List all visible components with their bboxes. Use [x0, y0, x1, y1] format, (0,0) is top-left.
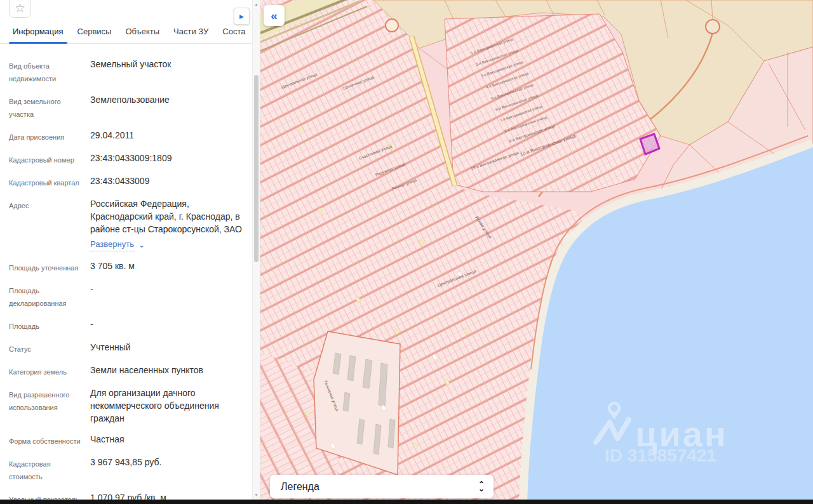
tab-composition[interactable]: Соста — [222, 27, 245, 43]
field-value: Земли населенных пунктов — [90, 364, 251, 378]
scrollbar-thumb[interactable] — [254, 75, 259, 262]
arrow-right-icon: ▶ — [239, 13, 244, 20]
tab-parcel-parts[interactable]: Части ЗУ — [173, 27, 208, 43]
field-value: Частная — [90, 433, 251, 448]
field-label: Кадастровый номер — [9, 152, 90, 166]
field-row: Статус Учтенный — [0, 341, 260, 355]
field-label: Дата присвоения — [9, 129, 90, 143]
field-value: 23:43:0433009:1809 — [90, 152, 251, 166]
field-row: Форма собственности Частная — [0, 433, 260, 448]
watermark-id: ID 315857421 — [605, 446, 716, 465]
collapse-panel-button[interactable]: « — [264, 5, 285, 26]
field-value: Земельный участок — [90, 58, 251, 85]
field-value: 23:43:0433009 — [90, 175, 251, 189]
field-value: 29.04.2011 — [90, 129, 251, 143]
field-value: Землепользование — [90, 93, 251, 121]
cadastral-map-app: ☆ Информация Сервисы Объекты Части ЗУ Со… — [0, 0, 813, 504]
field-value: - — [90, 318, 251, 333]
field-row: Площадь декларированная - — [0, 282, 260, 310]
tab-bar: Информация Сервисы Объекты Части ЗУ Сост… — [0, 25, 260, 44]
field-label: Форма собственности — [9, 433, 90, 448]
double-chevron-left-icon: « — [271, 9, 278, 23]
field-row: Кадастровый квартал 23:43:0433009 — [0, 175, 260, 189]
fields-list: Вид объекта недвижимости Земельный участ… — [0, 44, 260, 504]
legend-label: Легенда — [281, 481, 478, 493]
field-row: Кадастровая стоимость 3 967 943,85 руб. — [0, 456, 260, 483]
legend-expand-icon[interactable]: ⌃ ⌄ — [478, 482, 485, 491]
scroll-down-icon[interactable]: ▼ — [253, 493, 260, 497]
field-row: Площадь - — [0, 318, 260, 333]
address-text: Российская Федерация, Краснодарский край… — [90, 199, 242, 234]
field-row: Вид разрешенного использования Для орган… — [0, 387, 260, 425]
legend-selector[interactable]: Легенда ⌃ ⌄ — [270, 475, 494, 498]
field-row: Категория земель Земли населенных пункто… — [0, 364, 260, 378]
field-label: Площадь декларированная — [9, 282, 90, 310]
panel-scrollbar[interactable]: ▲ ▼ — [252, 0, 260, 500]
field-label: Кадастровый квартал — [9, 175, 90, 189]
field-label: Категория земель — [9, 364, 90, 378]
tab-objects[interactable]: Объекты — [125, 27, 159, 43]
cadastral-map-svg: 1-я Викторианская улица 2-я Викторианска… — [260, 0, 813, 504]
field-label: Статус — [9, 341, 90, 355]
star-icon: ☆ — [15, 1, 25, 15]
tab-information[interactable]: Информация — [13, 27, 64, 43]
field-value: Учтенный — [90, 341, 251, 355]
info-panel: ☆ Информация Сервисы Объекты Части ЗУ Со… — [0, 0, 260, 504]
bottom-strip — [0, 500, 813, 504]
cul-de-sac-ring — [386, 19, 398, 32]
map-canvas[interactable]: 1-я Викторианская улица 2-я Викторианска… — [260, 0, 813, 504]
field-row: Кадастровый номер 23:43:0433009:1809 — [0, 152, 260, 166]
field-label: Адрес — [9, 197, 90, 251]
field-value: 3 705 кв. м — [90, 260, 251, 274]
field-label: Площадь уточненная — [9, 260, 90, 274]
chevron-down-icon: ⌄ — [138, 239, 145, 251]
field-label: Кадастровая стоимость — [9, 456, 90, 483]
field-label: Вид разрешенного использования — [9, 387, 90, 425]
tab-services[interactable]: Сервисы — [77, 27, 112, 43]
field-value: Российская Федерация, Краснодарский край… — [90, 197, 251, 251]
favorite-button[interactable]: ☆ — [9, 0, 31, 18]
field-row: Площадь уточненная 3 705 кв. м — [0, 260, 260, 274]
chevron-down-icon: ⌄ — [478, 487, 485, 491]
field-label: Вид объекта недвижимости — [9, 58, 90, 85]
field-value: - — [90, 282, 251, 310]
field-label: Вид земельного участка — [9, 93, 90, 121]
field-row: Вид объекта недвижимости Земельный участ… — [0, 58, 260, 85]
cul-de-sac-ring — [706, 20, 720, 34]
expand-address-link[interactable]: Развернуть ⌄ — [90, 238, 145, 251]
field-value: 3 967 943,85 руб. — [90, 456, 251, 483]
field-row-address: Адрес Российская Федерация, Краснодарски… — [0, 197, 260, 251]
field-row: Вид земельного участка Землепользование — [0, 93, 260, 121]
more-tabs-button[interactable]: ▶ — [234, 8, 250, 25]
scroll-up-icon[interactable]: ▲ — [253, 3, 260, 6]
field-value: Для организации дачного некоммерческого … — [90, 387, 251, 425]
field-row: Дата присвоения 29.04.2011 — [0, 129, 260, 143]
expand-link-text: Развернуть — [90, 238, 134, 251]
field-label: Площадь — [9, 318, 90, 333]
